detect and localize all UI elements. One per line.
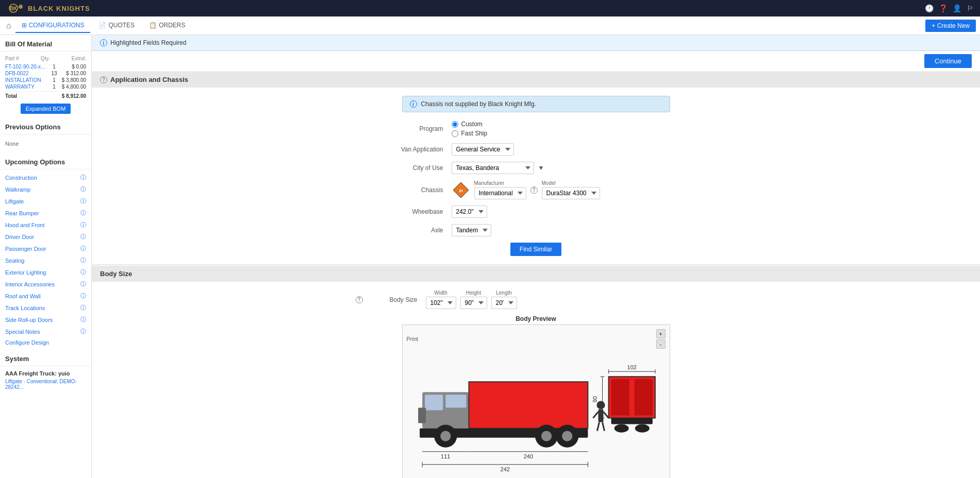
system-detail[interactable]: Liftgate - Conventional: DEMO-28242... [5, 379, 86, 390]
info-icon-driver-door[interactable]: ⓘ [80, 233, 86, 241]
find-similar-row: Find Similar [392, 243, 680, 256]
nav-orders[interactable]: 📋 ORDERS [143, 19, 191, 33]
body-size-help-icon[interactable]: ? [356, 296, 363, 303]
sidebar-item-walkramp[interactable]: Walkramp ⓘ [0, 183, 91, 195]
nav-configurations[interactable]: ⊞ CONFIGURATIONS [15, 19, 91, 33]
print-label[interactable]: Print [407, 336, 419, 342]
info-icon-track-locations[interactable]: ⓘ [80, 304, 86, 312]
manufacturer-select[interactable]: International Freightliner Ford [474, 187, 526, 199]
sidebar-item-exterior-lighting[interactable]: Exterior Lighting ⓘ [0, 266, 91, 278]
wheelbase-select[interactable]: 242.0" 258.0" 274.0" [452, 206, 487, 218]
bom-extd-2: $ 3,800.00 [60, 77, 86, 83]
sidebar-item-configure-design[interactable]: Configure Design [0, 337, 91, 348]
info-icon-seating[interactable]: ⓘ [80, 257, 86, 264]
application-chassis-header[interactable]: ? Application and Chassis [92, 72, 980, 88]
bom-extd-3: $ 4,800.00 [60, 84, 86, 90]
sidebar-item-roof-wall[interactable]: Roof and Wall ⓘ [0, 290, 91, 302]
program-fastship-radio[interactable] [452, 130, 458, 137]
rear-wheel-view-right [635, 424, 649, 433]
program-fastship-option[interactable]: Fast Ship [452, 130, 488, 137]
upcoming-label-roof-wall: Roof and Wall [5, 293, 41, 299]
program-custom-option[interactable]: Custom [452, 121, 488, 128]
info-icon-walkramp[interactable]: ⓘ [80, 185, 86, 193]
sidebar-item-passenger-door[interactable]: Passenger Door ⓘ [0, 243, 91, 254]
rear-underframe [611, 418, 652, 424]
info-icon-construction[interactable]: ⓘ [80, 174, 86, 181]
info-icon-side-rollup-doors[interactable]: ⓘ [80, 316, 86, 323]
find-similar-button[interactable]: Find Similar [510, 243, 561, 256]
bom-col-qty: Qty. [41, 56, 50, 61]
cargo-body-red [469, 382, 588, 428]
alert-text: Highlighted Fields Required [110, 39, 186, 46]
sidebar-item-interior-accessories[interactable]: Interior Accessories ⓘ [0, 278, 91, 290]
info-icon-rear-bumper[interactable]: ⓘ [80, 209, 86, 217]
person-arm-right [603, 412, 608, 418]
width-select[interactable]: 96" 102" [426, 297, 456, 309]
height-select[interactable]: 84" 90" 96" [460, 297, 487, 309]
body-size-header[interactable]: Body Size [92, 266, 980, 282]
sidebar-item-construction[interactable]: Construction ⓘ [0, 172, 91, 183]
zoom-in-button[interactable]: + [656, 329, 666, 338]
expanded-bom-button[interactable]: Expanded BOM [21, 104, 71, 114]
help-icon[interactable]: ❓ [939, 4, 948, 12]
logo-text: BLACK KNIGHTS [28, 5, 90, 12]
sidebar-item-rear-bumper[interactable]: Rear Bumper ⓘ [0, 207, 91, 219]
info-icon-liftgate[interactable]: ⓘ [80, 197, 86, 205]
bom-part-0[interactable]: FT-102-90-20-xxxxx [5, 64, 48, 70]
sidebar-item-side-rollup-doors[interactable]: Side Roll-up Doors ⓘ [0, 314, 91, 326]
city-select[interactable]: Texas, Bandera [452, 162, 534, 174]
city-dropdown-icon[interactable]: ▼ [538, 164, 544, 172]
van-app-select[interactable]: General Service Refrigerated Dry Freight [452, 143, 514, 156]
body-size-form: ? Body Size Width 96" 102" H [356, 290, 717, 478]
nav-quotes[interactable]: 📄 QUOTES [92, 19, 141, 33]
bom-qty-2: 1 [48, 77, 60, 83]
sidebar: Bill Of Material Part # Qty. Extnd. FT-1… [0, 35, 92, 478]
program-custom-radio[interactable] [452, 121, 458, 128]
application-chassis-title: Application and Chassis [110, 76, 188, 83]
clock-icon[interactable]: 🕐 [925, 4, 934, 12]
sidebar-item-track-locations[interactable]: Track Locations ⓘ [0, 302, 91, 314]
sidebar-item-driver-door[interactable]: Driver Door ⓘ [0, 231, 91, 243]
continue-button[interactable]: Continue [924, 54, 972, 68]
info-icon-hood-front[interactable]: ⓘ [80, 221, 86, 229]
info-icon-passenger-door[interactable]: ⓘ [80, 245, 86, 252]
create-new-button[interactable]: + Create New [925, 20, 976, 32]
international-logo: IH [452, 181, 470, 199]
bom-part-3[interactable]: WARRANTY [5, 84, 48, 90]
axle-select[interactable]: Tandem Single [452, 224, 491, 236]
flag-icon[interactable]: 🏳 [967, 4, 974, 12]
length-select[interactable]: 16' 18' 20' 22' 24' [491, 297, 517, 309]
prev-options-title: Previous Options [0, 118, 91, 134]
sidebar-item-hood-front[interactable]: Hood and Front ⓘ [0, 219, 91, 231]
info-icon-special-notes[interactable]: ⓘ [80, 328, 86, 335]
upcoming-label-interior-accessories: Interior Accessories [5, 281, 55, 287]
upcoming-label-exterior-lighting: Exterior Lighting [5, 269, 46, 276]
user-icon[interactable]: 👤 [953, 4, 961, 12]
bom-part-2[interactable]: INSTALLATION [5, 77, 48, 83]
sidebar-item-liftgate[interactable]: Liftgate ⓘ [0, 195, 91, 207]
upcoming-label-driver-door: Driver Door [5, 234, 34, 240]
rear-wheel-hub-2 [562, 431, 572, 441]
home-button[interactable]: ⌂ [4, 19, 13, 32]
axle-row: Axle Tandem Single [392, 224, 680, 236]
upcoming-label-passenger-door: Passenger Door [5, 246, 46, 252]
length-group: Length 16' 18' 20' 22' 24' [491, 290, 517, 309]
sidebar-item-special-notes[interactable]: Special Notes ⓘ [0, 326, 91, 337]
body-preview-title-row: Body Preview [356, 315, 717, 322]
info-icon-exterior-lighting[interactable]: ⓘ [80, 268, 86, 276]
upcoming-section: Construction ⓘ Walkramp ⓘ Liftgate ⓘ Rea… [0, 169, 91, 350]
program-fastship-label: Fast Ship [461, 130, 488, 137]
bom-part-1[interactable]: DFB-0022 [5, 71, 48, 76]
van-app-fields: General Service Refrigerated Dry Freight [452, 143, 514, 156]
info-icon-interior-accessories[interactable]: ⓘ [80, 280, 86, 288]
rear-view-group: 102 90 [592, 364, 655, 432]
zoom-out-button[interactable]: - [656, 339, 666, 349]
info-icon-roof-wall[interactable]: ⓘ [80, 292, 86, 300]
section-help-icon[interactable]: ? [100, 76, 107, 83]
sidebar-item-seating[interactable]: Seating ⓘ [0, 254, 91, 266]
person-body [598, 409, 603, 422]
body-size-body: ? Body Size Width 96" 102" H [92, 282, 980, 478]
model-select[interactable]: DuraStar 4300 MV Series LT Series [542, 187, 600, 199]
diamond-logo-svg: IH [452, 181, 470, 199]
model-help-icon[interactable]: ? [530, 186, 538, 194]
